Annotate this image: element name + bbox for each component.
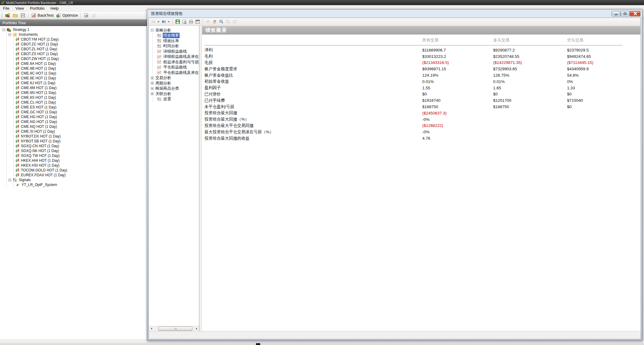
report-tree-item[interactable]: 平仓权益曲线 xyxy=(157,65,199,70)
maximize-button[interactable] xyxy=(621,11,629,16)
table-row: 投资组合最大平仓交易回撤 ($1266222) xyxy=(204,123,622,129)
signals-label: Signals xyxy=(19,178,31,182)
back-button xyxy=(150,18,157,25)
tree-item-instrument[interactable]: CBOT.ZC HOT (1 Day) xyxy=(15,42,147,47)
tree-item-instruments[interactable]: Instruments xyxy=(8,32,147,37)
tree-item-instrument[interactable]: CBOT.ZS HOT (1 Day) xyxy=(15,51,147,56)
minimize-button[interactable] xyxy=(612,11,620,16)
tree-item-instrument[interactable]: CBOT.ZL HOT (1 Day) xyxy=(15,47,147,51)
tree-item-instrument[interactable]: HKEX.HSI HOT (1 Day) xyxy=(15,163,147,168)
chevron-down-icon[interactable] xyxy=(168,21,170,22)
report-tree-item-settings[interactable]: 设置 xyxy=(157,97,199,102)
collapse-minus-icon[interactable] xyxy=(8,33,11,36)
tree-item-instrument[interactable]: SGXQ.TW HOT (1 Day) xyxy=(15,153,147,158)
instrument-label: CME.GC HOT (1 Day) xyxy=(21,110,57,114)
report-tree-item[interactable]: 详细权益曲线 xyxy=(157,49,199,54)
tree-item-instrument[interactable]: HKEX.HHI HOT (1 Day) xyxy=(15,158,147,163)
tree-item-instrument[interactable]: CME.CL HOT (1 Day) xyxy=(15,100,147,105)
report-button[interactable] xyxy=(82,12,90,18)
scrollbar-thumb[interactable] xyxy=(158,327,192,331)
tree-item-instrument[interactable]: TOCOM.GOLD HOT (1 Day) xyxy=(15,168,147,173)
tree-item-instrument[interactable]: NYBOT.DX HOT (1 Day) xyxy=(15,134,147,139)
open-folder-button[interactable] xyxy=(12,12,19,18)
cell-all-trades: 0.01% xyxy=(422,79,493,84)
chevron-down-icon[interactable] xyxy=(158,21,159,22)
report-window-titlebar[interactable]: 投资组合绩效报告 xyxy=(148,9,641,18)
menu-portfolio[interactable]: Portfolio xyxy=(27,5,48,11)
splitter[interactable] xyxy=(199,26,202,331)
tree-item-instrument[interactable]: CBOT.ZW HOT (1 Day) xyxy=(15,56,147,61)
tree-item-instrument[interactable]: CME.6M HOT (1 Day) xyxy=(15,85,147,90)
menu-view[interactable]: View xyxy=(12,5,27,11)
tree-item-instrument[interactable]: CME.6B HOT (1 Day) xyxy=(15,66,147,71)
tree-item-instrument[interactable]: CME.SI HOT (1 Day) xyxy=(15,129,147,134)
menu-help[interactable]: Help xyxy=(48,5,62,11)
tree-item-instrument[interactable]: CME.NG HOT (1 Day) xyxy=(15,119,147,124)
scrollbar-track[interactable] xyxy=(154,327,194,331)
tree-item-instrument[interactable]: CME.6S HOT (1 Day) xyxy=(15,95,147,100)
tree-item-instrument[interactable]: CME.GC HOT (1 Day) xyxy=(15,110,147,114)
table-row: 毛利 $33013223.2 $23520748.55 $9492474.65 xyxy=(204,53,622,60)
report-tree-category[interactable]: 关联分析 xyxy=(151,91,199,97)
forward-icon xyxy=(161,19,166,24)
report-tree-category[interactable]: 根据商品分类 xyxy=(151,86,199,91)
tree-item-instrument[interactable]: SGXQ.NK HOT (1 Day) xyxy=(15,148,147,153)
tree-item-instrument[interactable]: CME.NQ HOT (1 Day) xyxy=(15,124,147,129)
backtest-button[interactable]: BackTest xyxy=(30,12,55,18)
expand-plus-icon[interactable] xyxy=(151,87,154,90)
report-category-label: 关联分析 xyxy=(155,91,172,97)
report-tree-category[interactable]: 周期分析 xyxy=(151,81,199,86)
report-tree-item[interactable]: 绩效概要 xyxy=(157,33,199,38)
collapse-minus-icon[interactable] xyxy=(8,179,11,181)
report-tree-root[interactable]: 策略分析 xyxy=(151,28,199,33)
tree-item-instrument[interactable]: CME.6E HOT (1 Day) xyxy=(15,76,147,81)
new-portfolio-button[interactable] xyxy=(4,12,12,18)
horizontal-scrollbar[interactable] xyxy=(149,326,199,331)
report-tree-item[interactable]: 权益潜在盈利与亏损 xyxy=(157,59,199,65)
backtest-icon xyxy=(31,13,36,18)
report-options-button[interactable] xyxy=(194,18,201,25)
instrument-label: CME.ES HOT (1 Day) xyxy=(21,105,56,109)
toolbar-grip[interactable] xyxy=(1,13,3,18)
tree-item-instrument[interactable]: CME.6A HOT (1 Day) xyxy=(15,61,147,66)
tree-item-signals[interactable]: Signals xyxy=(8,177,147,182)
optimize-button[interactable]: Optimize xyxy=(55,12,79,18)
zoom-in-button[interactable] xyxy=(218,18,224,25)
print-button[interactable] xyxy=(188,18,194,25)
report-tree-item[interactable]: 平仓权益曲线及潜在 xyxy=(157,70,199,75)
report-tree-item[interactable]: 时间分析 xyxy=(157,44,199,49)
tree-item-instrument[interactable]: CME.ES HOT (1 Day) xyxy=(15,105,147,110)
tree-item-signal[interactable]: YT_LR_OptF_System xyxy=(15,182,147,187)
scroll-right-button[interactable] xyxy=(194,327,199,331)
pan-button[interactable] xyxy=(211,18,218,25)
expand-plus-icon[interactable] xyxy=(151,92,154,95)
expand-plus-icon[interactable] xyxy=(151,77,154,79)
signal-label: YT_LR_OptF_System xyxy=(22,183,57,187)
collapse-minus-icon[interactable] xyxy=(151,29,154,32)
cell-all-trades: $11669906.7 xyxy=(422,48,493,52)
tree-item-strategy[interactable]: Strategy 1 xyxy=(2,27,147,32)
report-window-client: 策略分析 绩效概要 绩效比率 时间分析 详细权益曲线 详细权益曲线及潜在 权益潜… xyxy=(148,18,641,339)
forward-button[interactable] xyxy=(161,18,167,25)
tree-item-instrument[interactable]: CME.6N HOT (1 Day) xyxy=(15,90,147,95)
close-button[interactable] xyxy=(630,11,640,16)
tree-item-instrument[interactable]: NYBOT.SB HOT (1 Day) xyxy=(15,139,147,144)
tree-item-instrument[interactable]: CME.HG HOT (1 Day) xyxy=(15,114,147,119)
report-tree-category[interactable]: 交易分析 xyxy=(151,75,199,81)
tree-item-instrument[interactable]: SGXQ.CN HOT (1 Day) xyxy=(15,144,147,148)
save-report-button[interactable] xyxy=(174,18,181,25)
save-button[interactable] xyxy=(19,12,27,18)
collapse-minus-icon[interactable] xyxy=(2,28,5,31)
instrument-label: SGXQ.CN HOT (1 Day) xyxy=(21,144,59,148)
app-icon xyxy=(1,1,5,5)
scroll-left-button[interactable] xyxy=(149,327,154,331)
tree-item-instrument[interactable]: EUREX.FDAX HOT (1 Day) xyxy=(15,173,147,177)
print-preview-button[interactable] xyxy=(181,18,188,25)
tree-item-instrument[interactable]: CBOT.YM HOT (1 Day) xyxy=(15,37,147,42)
tree-item-instrument[interactable]: CME.6J HOT (1 Day) xyxy=(15,81,147,85)
expand-plus-icon[interactable] xyxy=(151,82,154,85)
menu-file[interactable]: File xyxy=(0,5,12,11)
report-tree-item[interactable]: 详细权益曲线及潜在 xyxy=(157,54,199,60)
report-tree-item[interactable]: 绩效比率 xyxy=(157,38,199,44)
tree-item-instrument[interactable]: CME.6C HOT (1 Day) xyxy=(15,71,147,76)
